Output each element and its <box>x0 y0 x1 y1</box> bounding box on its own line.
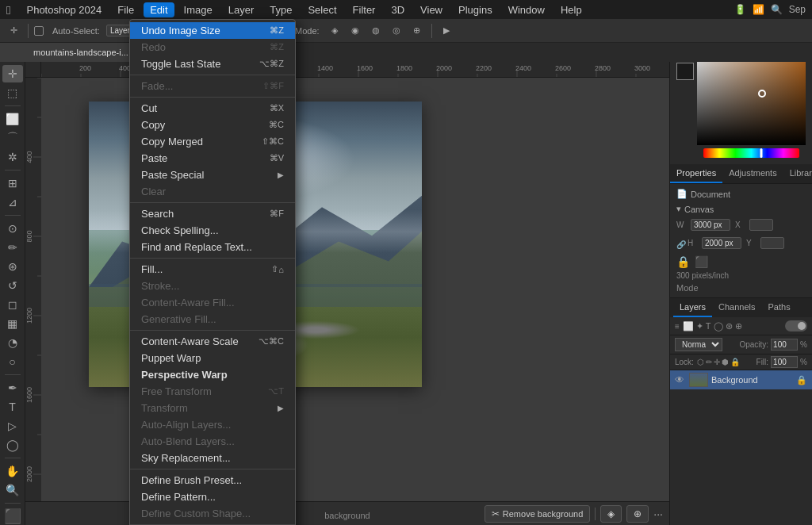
gradient-tool[interactable]: ▦ <box>2 315 23 332</box>
canvas-chevron[interactable]: ▾ <box>676 204 681 214</box>
adjustment-layer-icon[interactable]: ✦ <box>696 321 703 331</box>
menu-photoshop[interactable]: Photoshop 2024 <box>20 2 108 17</box>
canvas-width-input[interactable] <box>691 219 730 231</box>
libraries-tab[interactable]: Libraries <box>783 164 812 183</box>
blend-mode-select[interactable]: Normal <box>675 338 722 351</box>
3d-btn-4[interactable]: ◎ <box>388 22 405 40</box>
menu-layer[interactable]: Layer <box>222 2 261 17</box>
path-selection-tool[interactable]: ▷ <box>2 417 23 435</box>
menu-file[interactable]: File <box>111 2 140 17</box>
apple-icon[interactable]:  <box>6 3 10 17</box>
search-icon-menubar[interactable]: 🔍 <box>771 4 783 15</box>
canvas-x-input[interactable] <box>749 219 773 231</box>
lasso-tool[interactable]: ⌒ <box>2 129 23 147</box>
layers-tab-paths[interactable]: Paths <box>762 298 797 317</box>
menu-3d[interactable]: 3D <box>385 2 411 17</box>
smart-object-icon[interactable]: ⊛ <box>726 321 733 331</box>
auto-select-checkbox[interactable] <box>34 26 44 36</box>
move-tool-btn[interactable]: ✛ <box>5 22 22 40</box>
menu-item-define-pattern[interactable]: Define Pattern... <box>130 489 295 505</box>
menu-window[interactable]: Window <box>502 2 551 17</box>
hand-tool[interactable]: ✋ <box>2 462 23 480</box>
canvas-portrait-toggle[interactable]: ⬛ <box>695 255 708 268</box>
3d-btn-1[interactable]: ◈ <box>326 22 343 40</box>
menu-item-copy-merged[interactable]: Copy Merged ⇧⌘C <box>130 133 295 150</box>
menu-type[interactable]: Type <box>263 2 298 17</box>
shape-tool[interactable]: ◯ <box>2 436 23 454</box>
hue-slider[interactable] <box>703 148 799 158</box>
filter-toggle[interactable] <box>785 320 807 331</box>
menu-item-redo[interactable]: Redo ⌘Z <box>130 39 295 56</box>
fill-input[interactable] <box>771 356 798 368</box>
select-subject-btn[interactable]: ◈ <box>600 505 622 523</box>
menu-item-fill[interactable]: Fill... ⇧ ⌂ <box>130 261 295 278</box>
pixel-layer-icon[interactable]: ⬜ <box>683 321 694 331</box>
dodge-tool[interactable]: ○ <box>2 353 23 370</box>
3d-btn-2[interactable]: ◉ <box>347 22 364 40</box>
magic-wand-tool[interactable]: ✲ <box>2 148 23 166</box>
brush-tool[interactable]: ✏ <box>2 239 23 256</box>
move-tool[interactable]: ✛ <box>2 65 23 82</box>
crop-tool[interactable]: ⊞ <box>2 174 23 192</box>
lock-artboard-icon[interactable]: ⬢ <box>722 358 729 366</box>
menu-item-toggle-last[interactable]: Toggle Last State ⌥⌘Z <box>130 56 295 72</box>
canvas-height-input[interactable] <box>702 237 741 249</box>
lock-position-icon[interactable]: ✛ <box>714 358 720 366</box>
menu-item-sky-replacement[interactable]: Sky Replacement... <box>130 450 295 466</box>
properties-tab[interactable]: Properties <box>670 164 722 183</box>
layers-tab-layers[interactable]: Layers <box>673 298 712 317</box>
lock-image-icon[interactable]: ✏ <box>706 358 712 366</box>
menu-item-check-spelling[interactable]: Check Spelling... <box>130 222 295 239</box>
3d-btn-5[interactable]: ⊕ <box>408 22 426 40</box>
menu-edit[interactable]: Edit <box>144 2 174 17</box>
menu-view[interactable]: View <box>414 2 449 17</box>
canvas-y-input[interactable] <box>760 237 784 249</box>
history-brush-tool[interactable]: ↺ <box>2 277 23 294</box>
menu-item-paste-special[interactable]: Paste Special ▶ <box>130 167 295 183</box>
3d-btn-3[interactable]: ◍ <box>367 22 385 40</box>
background-swatch[interactable] <box>676 63 694 80</box>
artboard-tool[interactable]: ⬚ <box>2 84 23 102</box>
menu-select[interactable]: Select <box>301 2 343 17</box>
eraser-tool[interactable]: ◻ <box>2 296 23 313</box>
adjustments-tab[interactable]: Adjustments <box>722 164 783 183</box>
lock-transparent-icon[interactable]: ⬡ <box>697 358 704 366</box>
canvas-link-toggle[interactable]: 🔒 <box>676 255 690 268</box>
menu-item-find-replace[interactable]: Find and Replace Text... <box>130 239 295 255</box>
lock-all-icon[interactable]: 🔒 <box>730 358 740 366</box>
menu-plugins[interactable]: Plugins <box>452 2 499 17</box>
marquee-tool[interactable]: ⬜ <box>2 110 23 128</box>
menu-item-undo[interactable]: Undo Image Size ⌘Z <box>130 22 295 39</box>
remove-background-btn[interactable]: ✂ Remove background <box>485 505 591 523</box>
menu-filter[interactable]: Filter <box>347 2 382 17</box>
foreground-color[interactable]: ⬛ <box>2 508 23 525</box>
blur-tool[interactable]: ◔ <box>2 334 23 351</box>
shape-layer-icon[interactable]: ◯ <box>714 321 723 331</box>
menu-help[interactable]: Help <box>554 2 588 17</box>
menu-item-puppet-warp[interactable]: Puppet Warp <box>130 350 295 366</box>
eyedropper-tool[interactable]: ⊿ <box>2 194 23 211</box>
pen-tool[interactable]: ✒ <box>2 379 23 397</box>
clone-stamp-tool[interactable]: ⊛ <box>2 258 23 275</box>
type-layer-icon[interactable]: T <box>706 321 711 331</box>
menu-item-define-brush[interactable]: Define Brush Preset... <box>130 472 295 489</box>
menu-item-search[interactable]: Search ⌘F <box>130 205 295 222</box>
menu-item-cut[interactable]: Cut ⌘X <box>130 100 295 117</box>
opacity-input[interactable] <box>771 339 798 351</box>
more-options-btn[interactable]: ··· <box>653 508 663 520</box>
refine-edge-btn[interactable]: ⊕ <box>626 505 649 523</box>
video-btn[interactable]: ▶ <box>438 22 455 40</box>
menu-item-paste[interactable]: Paste ⌘V <box>130 150 295 167</box>
layer-item-background[interactable]: 👁 Background 🔒 <box>670 370 812 389</box>
doc-tab-active[interactable]: mountains-landscape-i... <box>25 43 137 62</box>
layers-tab-channels[interactable]: Channels <box>712 298 761 317</box>
menu-item-copy[interactable]: Copy ⌘C <box>130 117 295 133</box>
menu-image[interactable]: Image <box>178 2 219 17</box>
layer-visibility-eye[interactable]: 👁 <box>675 374 686 385</box>
menu-item-perspective-warp[interactable]: Perspective Warp <box>130 366 295 383</box>
type-tool[interactable]: T <box>2 398 23 416</box>
spot-healing-tool[interactable]: ⊙ <box>2 220 23 237</box>
filter-layer-icon[interactable]: ⊕ <box>735 321 742 331</box>
menu-item-content-aware-scale[interactable]: Content-Aware Scale ⌥⌘C <box>130 333 295 350</box>
zoom-tool[interactable]: 🔍 <box>2 481 23 499</box>
